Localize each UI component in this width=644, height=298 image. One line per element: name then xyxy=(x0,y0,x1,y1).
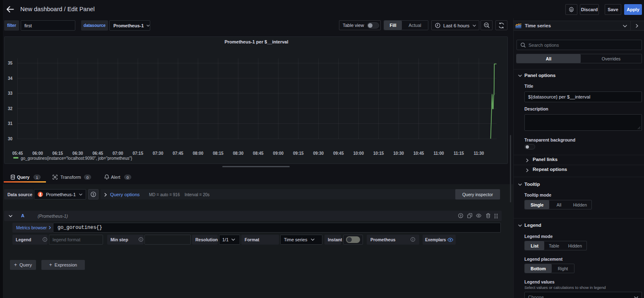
svg-text:11:30: 11:30 xyxy=(473,151,484,156)
svg-text:08:15: 08:15 xyxy=(213,151,223,156)
svg-text:34: 34 xyxy=(8,76,13,81)
svg-text:go_goroutines{instance="localh: go_goroutines{instance="localhost:9090",… xyxy=(21,156,132,161)
svg-text:06:15: 06:15 xyxy=(53,151,63,156)
svg-text:09:30: 09:30 xyxy=(313,151,324,156)
svg-text:07:15: 07:15 xyxy=(132,151,143,156)
svg-text:07:30: 07:30 xyxy=(153,151,163,156)
svg-text:06:00: 06:00 xyxy=(32,151,43,156)
svg-text:05:45: 05:45 xyxy=(12,151,23,156)
svg-text:10:45: 10:45 xyxy=(413,151,424,156)
svg-text:32: 32 xyxy=(8,106,13,111)
svg-text:10:00: 10:00 xyxy=(353,151,364,156)
svg-text:11:15: 11:15 xyxy=(454,151,464,156)
svg-text:33: 33 xyxy=(8,91,13,96)
svg-text:31: 31 xyxy=(8,121,13,126)
svg-text:06:45: 06:45 xyxy=(93,151,103,156)
svg-text:11:00: 11:00 xyxy=(433,151,444,156)
svg-text:07:00: 07:00 xyxy=(113,151,123,156)
svg-text:07:45: 07:45 xyxy=(173,151,183,156)
svg-text:30: 30 xyxy=(8,137,13,141)
svg-text:09:45: 09:45 xyxy=(333,151,344,156)
svg-text:08:45: 08:45 xyxy=(253,151,264,156)
svg-text:06:30: 06:30 xyxy=(72,151,83,156)
svg-text:10:30: 10:30 xyxy=(393,151,404,156)
svg-text:09:00: 09:00 xyxy=(273,151,284,156)
svg-text:35: 35 xyxy=(8,61,13,65)
svg-text:09:15: 09:15 xyxy=(293,151,304,156)
svg-text:08:30: 08:30 xyxy=(233,151,244,156)
svg-text:08:00: 08:00 xyxy=(193,151,204,156)
svg-text:10:15: 10:15 xyxy=(373,151,384,156)
